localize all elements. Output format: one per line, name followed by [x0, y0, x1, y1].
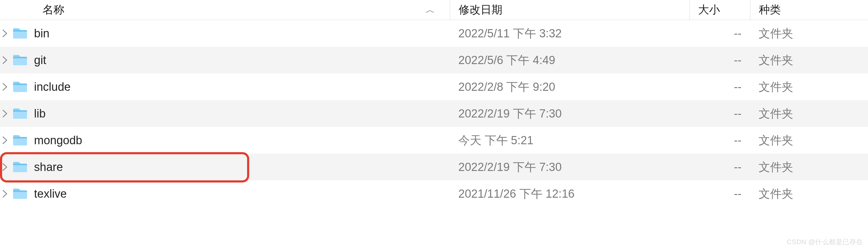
rows-container: bin 2022/5/11 下午 3:32 -- 文件夹 git 2022/5/… — [0, 20, 868, 207]
table-row-bin[interactable]: bin 2022/5/11 下午 3:32 -- 文件夹 — [0, 20, 868, 47]
cell-date: 2021/11/26 下午 12:16 — [450, 186, 689, 202]
folder-icon — [12, 134, 28, 147]
table-row-include[interactable]: include 2022/2/8 下午 9:20 -- 文件夹 — [0, 73, 868, 100]
cell-kind: 文件夹 — [750, 106, 868, 121]
table-row-mongodb[interactable]: mongodb 今天 下午 5:21 -- 文件夹 — [0, 127, 868, 154]
cell-size: -- — [689, 54, 750, 67]
cell-size: -- — [689, 107, 750, 120]
disclosure-triangle-icon[interactable] — [1, 189, 8, 198]
cell-date: 2022/5/11 下午 3:32 — [450, 26, 689, 41]
cell-name: git — [0, 47, 450, 73]
table-row-lib[interactable]: lib 2022/2/19 下午 7:30 -- 文件夹 — [0, 100, 868, 127]
file-name: lib — [34, 107, 45, 120]
cell-size: -- — [689, 161, 750, 174]
folder-icon — [12, 161, 28, 173]
column-header-kind-label: 种类 — [759, 2, 781, 17]
table-row-texlive[interactable]: texlive 2021/11/26 下午 12:16 -- 文件夹 — [0, 180, 868, 207]
cell-kind: 文件夹 — [750, 133, 868, 148]
cell-date: 2022/5/6 下午 4:49 — [450, 52, 689, 68]
file-name: git — [34, 54, 46, 67]
cell-name: lib — [0, 100, 450, 127]
cell-date: 今天 下午 5:21 — [450, 133, 689, 148]
folder-icon — [12, 187, 28, 200]
cell-size: -- — [689, 80, 750, 94]
cell-kind: 文件夹 — [750, 52, 868, 68]
column-header-kind[interactable]: 种类 — [750, 0, 868, 20]
file-name: include — [34, 80, 70, 94]
disclosure-triangle-icon[interactable] — [1, 56, 8, 64]
cell-size: -- — [689, 187, 750, 201]
cell-kind: 文件夹 — [750, 26, 868, 41]
column-header-name[interactable]: 名称 ︿ — [0, 2, 450, 17]
cell-kind: 文件夹 — [750, 79, 868, 95]
cell-name: mongodb — [0, 127, 450, 154]
disclosure-triangle-icon[interactable] — [1, 82, 8, 91]
file-name: texlive — [34, 187, 67, 201]
disclosure-triangle-icon[interactable] — [1, 109, 8, 118]
column-header-size-label: 大小 — [698, 2, 720, 17]
disclosure-triangle-icon[interactable] — [1, 163, 8, 171]
cell-size: -- — [689, 134, 750, 147]
disclosure-triangle-icon[interactable] — [1, 29, 8, 38]
disclosure-triangle-icon[interactable] — [1, 136, 8, 145]
folder-icon — [12, 54, 28, 67]
file-name: mongodb — [34, 134, 82, 147]
column-header-name-label: 名称 — [42, 2, 64, 17]
column-header-date-label: 修改日期 — [459, 2, 502, 17]
cell-name: bin — [0, 20, 450, 47]
file-browser: 名称 ︿ 修改日期 大小 种类 bin 202 — [0, 0, 868, 207]
file-name: share — [34, 161, 63, 174]
column-header-size[interactable]: 大小 — [689, 0, 750, 20]
table-row-share[interactable]: share 2022/2/19 下午 7:30 -- 文件夹 — [0, 154, 868, 180]
folder-icon — [12, 107, 28, 120]
table-row-git[interactable]: git 2022/5/6 下午 4:49 -- 文件夹 — [0, 47, 868, 73]
cell-date: 2022/2/19 下午 7:30 — [450, 159, 689, 175]
watermark: CSDN @什么都是已存在 — [787, 238, 863, 247]
cell-name: include — [0, 73, 450, 100]
cell-name: share — [0, 154, 450, 180]
file-name: bin — [34, 27, 50, 40]
cell-name: texlive — [0, 180, 450, 207]
cell-date: 2022/2/19 下午 7:30 — [450, 106, 689, 121]
cell-kind: 文件夹 — [750, 186, 868, 202]
header-row: 名称 ︿ 修改日期 大小 种类 — [0, 0, 868, 20]
sort-ascending-icon: ︿ — [426, 3, 435, 17]
cell-date: 2022/2/8 下午 9:20 — [450, 79, 689, 95]
folder-icon — [12, 27, 28, 40]
folder-icon — [12, 80, 28, 93]
cell-size: -- — [689, 27, 750, 40]
column-header-date[interactable]: 修改日期 — [450, 0, 689, 20]
cell-kind: 文件夹 — [750, 159, 868, 175]
